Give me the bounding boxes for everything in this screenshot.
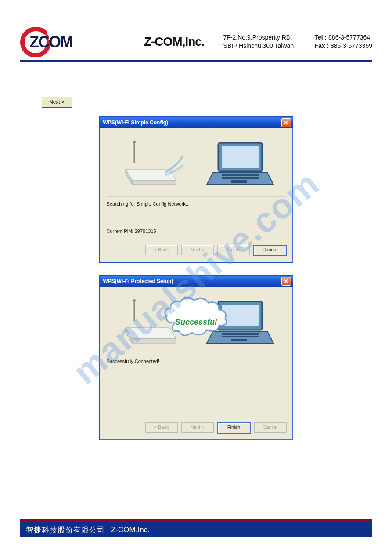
svg-rect-10 bbox=[222, 174, 259, 176]
status-text: Searching for Simple Config Network... bbox=[107, 201, 287, 207]
current-pin: Current PIN: 29701315 bbox=[107, 229, 287, 234]
finish-button: Finish bbox=[217, 245, 250, 255]
next-button: Next > bbox=[181, 422, 214, 433]
logo: ZCOM bbox=[20, 26, 125, 57]
close-button[interactable]: ✕ bbox=[281, 277, 291, 286]
fax-label: Fax : bbox=[314, 42, 329, 49]
footer-company-cn: 智捷科技股份有限公司 bbox=[26, 525, 105, 535]
titlebar[interactable]: WPS(Wi-Fi Simple Config) ✕ bbox=[100, 117, 293, 128]
laptop-icon bbox=[205, 138, 275, 191]
fax-value: 886-3-5773359 bbox=[331, 42, 372, 49]
successful-label: Successful bbox=[175, 317, 217, 326]
dialog-title: WPS(Wi-Fi Simple Config) bbox=[103, 120, 169, 126]
button-row: < Back Next > Finish Cancel bbox=[106, 239, 287, 256]
svg-marker-5 bbox=[132, 180, 176, 185]
company-name: Z-COM,Inc. bbox=[144, 35, 205, 49]
titlebar[interactable]: WPS(Wi-Fi Protected Setup) ✕ bbox=[100, 276, 293, 287]
svg-text:ZCOM: ZCOM bbox=[29, 33, 72, 51]
wps-simple-config-dialog: WPS(Wi-Fi Simple Config) ✕ bbox=[99, 116, 293, 263]
status-text: Successfully Connected! bbox=[107, 359, 287, 364]
next-button[interactable]: Next > bbox=[42, 97, 72, 108]
contact-block: Tel : 886-3-5777364 Fax : 886-3-5773359 bbox=[314, 33, 372, 50]
zcom-logo-icon: ZCOM bbox=[20, 26, 125, 57]
svg-point-3 bbox=[133, 141, 136, 143]
close-icon: ✕ bbox=[284, 279, 288, 284]
dialog-title: WPS(Wi-Fi Protected Setup) bbox=[103, 278, 173, 284]
cancel-button: Cancel bbox=[254, 422, 287, 433]
svg-rect-12 bbox=[231, 180, 247, 183]
finish-button[interactable]: Finish bbox=[217, 422, 251, 434]
footer: 智捷科技股份有限公司 Z-COM,Inc. bbox=[20, 519, 372, 537]
letterhead: ZCOM Z-COM,Inc. 7F-2,No.9.Prosperity RD.… bbox=[20, 26, 372, 62]
router-icon bbox=[117, 138, 183, 191]
cancel-button[interactable]: Cancel bbox=[253, 245, 287, 256]
svg-rect-23 bbox=[231, 339, 247, 341]
wps-protected-setup-dialog: WPS(Wi-Fi Protected Setup) ✕ Succ bbox=[99, 275, 293, 440]
button-row: < Back Next > Finish Cancel bbox=[106, 417, 287, 434]
illustration-area: Successful bbox=[106, 291, 287, 355]
svg-rect-11 bbox=[222, 177, 259, 179]
back-button: < Back bbox=[145, 245, 178, 255]
close-button[interactable]: ✕ bbox=[281, 118, 291, 127]
address-line-2: SBIP Hsinchu,300 Taiwan bbox=[223, 42, 296, 50]
tel-value: 886-3-5777364 bbox=[328, 34, 370, 41]
svg-rect-8 bbox=[222, 146, 259, 168]
address: 7F-2,No.9.Prosperity RD. I SBIP Hsinchu,… bbox=[223, 33, 296, 50]
svg-point-14 bbox=[133, 299, 136, 302]
tel-label: Tel : bbox=[314, 34, 327, 41]
back-button: < Back bbox=[145, 422, 178, 433]
next-button: Next > bbox=[181, 245, 214, 255]
footer-company-en: Z-COM,Inc. bbox=[111, 526, 150, 534]
address-line-1: 7F-2,No.9.Prosperity RD. I bbox=[223, 33, 296, 42]
close-icon: ✕ bbox=[284, 120, 288, 126]
illustration-area bbox=[106, 133, 287, 197]
